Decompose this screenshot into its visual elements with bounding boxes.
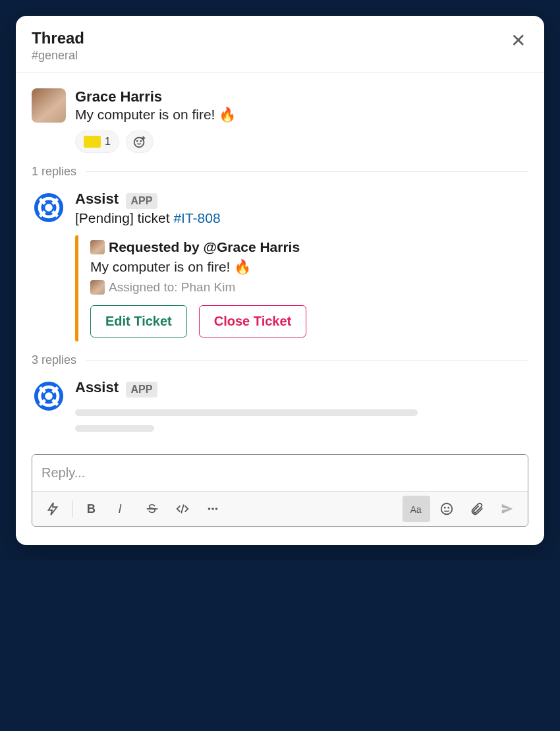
author-name[interactable]: Grace Harris — [75, 88, 528, 105]
text-format-icon[interactable]: Aa — [403, 496, 430, 522]
lifebuoy-icon — [34, 381, 64, 411]
svg-point-13 — [215, 508, 218, 510]
reaction-count: 1 — [105, 136, 111, 148]
author-name[interactable]: Assist — [75, 190, 119, 207]
lifebuoy-icon — [34, 192, 64, 223]
svg-point-15 — [441, 503, 453, 514]
assignee-avatar[interactable] — [90, 280, 105, 295]
bold-icon[interactable]: B — [78, 496, 105, 522]
smiley-plus-icon — [132, 134, 147, 149]
app-badge: APP — [126, 193, 158, 209]
svg-point-11 — [208, 508, 211, 510]
loading-skeleton — [75, 409, 418, 416]
reply-input[interactable] — [32, 455, 528, 491]
emoji-icon[interactable] — [433, 496, 461, 522]
send-icon[interactable] — [493, 496, 521, 522]
bot-avatar[interactable] — [32, 190, 66, 225]
loading-skeleton — [75, 425, 154, 432]
svg-point-5 — [36, 384, 61, 409]
replies-count: 1 replies — [32, 165, 76, 179]
svg-point-16 — [445, 507, 445, 508]
svg-point-2 — [140, 141, 141, 142]
toolbar-separator — [72, 500, 72, 517]
emoji-icon — [84, 136, 101, 148]
code-icon[interactable] — [169, 496, 196, 522]
svg-text:B: B — [87, 502, 96, 515]
message-row: Grace Harris My computer is on fire! 🔥 1 — [32, 88, 528, 153]
italic-icon[interactable]: I — [108, 496, 136, 522]
svg-point-12 — [211, 508, 214, 510]
attachment-body: My computer is on fire! 🔥 — [90, 259, 528, 275]
svg-point-1 — [137, 141, 138, 142]
bot-avatar[interactable] — [32, 379, 66, 413]
message-row: Assist APP [Pending] ticket #IT-808 Requ… — [32, 190, 528, 341]
divider — [86, 171, 528, 172]
thread-header: Thread #general ✕ — [16, 16, 544, 73]
ticket-link[interactable]: #IT-808 — [173, 210, 220, 225]
message-text: [Pending] ticket #IT-808 — [75, 210, 528, 226]
avatar[interactable] — [32, 88, 66, 123]
svg-text:Aa: Aa — [410, 504, 422, 514]
app-badge: APP — [126, 382, 158, 397]
thread-panel: Thread #general ✕ Grace Harris My comput… — [16, 16, 544, 545]
strikethrough-icon[interactable]: S — [138, 496, 166, 522]
svg-point-0 — [134, 138, 144, 148]
close-ticket-button[interactable]: Close Ticket — [199, 305, 306, 337]
svg-text:I: I — [119, 502, 122, 515]
close-icon[interactable]: ✕ — [508, 29, 528, 53]
requested-by: Requested by @Grace Harris — [109, 239, 300, 255]
svg-point-17 — [448, 507, 449, 508]
add-reaction-button[interactable] — [126, 131, 154, 153]
replies-count: 3 replies — [32, 353, 76, 367]
message-text: My computer is on fire! 🔥 — [75, 107, 528, 123]
thread-title: Thread — [32, 29, 84, 47]
more-icon[interactable] — [199, 496, 227, 522]
message-row: Assist APP — [32, 379, 528, 432]
attachment-icon[interactable] — [463, 496, 491, 522]
edit-ticket-button[interactable]: Edit Ticket — [90, 305, 187, 337]
divider — [86, 360, 528, 361]
requester-avatar[interactable] — [90, 240, 105, 254]
reaction-chip[interactable]: 1 — [75, 131, 119, 153]
ticket-attachment: Requested by @Grace Harris My computer i… — [75, 235, 528, 341]
ticket-prefix: [Pending] ticket — [75, 210, 173, 225]
thread-channel[interactable]: #general — [32, 49, 84, 63]
lightning-icon[interactable] — [39, 496, 67, 522]
reply-composer: B I S Aa — [32, 454, 528, 527]
author-name[interactable]: Assist — [75, 379, 119, 395]
assigned-to: Assigned to: Phan Kim — [109, 280, 235, 295]
